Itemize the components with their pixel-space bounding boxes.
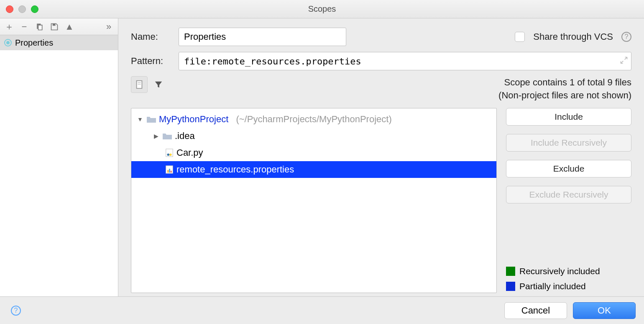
add-icon[interactable]: ＋ bbox=[3, 21, 15, 33]
legend-label-recursive: Recursively included bbox=[519, 266, 600, 276]
svg-rect-8 bbox=[167, 170, 169, 172]
tree-project-path: (~/PycharmProjects/MyPythonProject) bbox=[236, 114, 391, 125]
name-input[interactable] bbox=[179, 28, 346, 46]
svg-point-6 bbox=[169, 153, 172, 156]
folder-icon bbox=[162, 132, 172, 140]
filter-icon[interactable] bbox=[150, 76, 167, 93]
include-button[interactable]: Include bbox=[506, 108, 631, 126]
svg-rect-10 bbox=[171, 170, 172, 172]
pattern-label: Pattern: bbox=[131, 56, 173, 67]
tree-node-label: Car.py bbox=[176, 147, 203, 158]
legend-label-partial: Partially included bbox=[519, 281, 586, 291]
svg-rect-9 bbox=[169, 169, 170, 172]
tree-file-car[interactable]: Car.py bbox=[131, 144, 496, 161]
window-title: Scopes bbox=[0, 4, 644, 14]
tree-folder-idea[interactable]: ▶ .idea bbox=[131, 128, 496, 144]
scope-local-icon bbox=[4, 39, 12, 46]
scope-summary: Scope contains 1 of total 9 files (Non-p… bbox=[498, 76, 631, 102]
share-vcs-checkbox[interactable] bbox=[515, 32, 525, 42]
legend: Recursively included Partially included bbox=[506, 266, 631, 293]
name-label: Name: bbox=[131, 31, 173, 42]
sidebar-item-label: Properties bbox=[15, 38, 53, 48]
exclude-button[interactable]: Exclude bbox=[506, 160, 631, 177]
tree-file-remote-resources[interactable]: remote_resources.properties bbox=[131, 161, 496, 178]
sidebar: ＋ − ▲ » Properties bbox=[0, 18, 118, 296]
tree-node-label: .idea bbox=[175, 131, 195, 141]
folder-icon bbox=[146, 116, 156, 123]
python-file-icon bbox=[165, 148, 174, 157]
expand-icon[interactable] bbox=[620, 56, 628, 64]
scope-list: Properties bbox=[0, 35, 118, 296]
tree-root[interactable]: ▼ MyPythonProject (~/PycharmProjects/MyP… bbox=[131, 111, 496, 128]
sidebar-toolbar: ＋ − ▲ » bbox=[0, 18, 118, 35]
chevron-right-icon[interactable]: ▶ bbox=[152, 133, 160, 139]
include-exclude-panel: Include Include Recursively Exclude Excl… bbox=[506, 108, 631, 293]
share-vcs-label: Share through VCS bbox=[533, 31, 613, 42]
scope-summary-line2: (Non-project files are not shown) bbox=[498, 89, 631, 102]
footer-help-icon[interactable]: ? bbox=[11, 306, 21, 316]
scope-summary-line1: Scope contains 1 of total 9 files bbox=[498, 76, 631, 89]
svg-rect-4 bbox=[166, 149, 173, 156]
pattern-input[interactable] bbox=[179, 52, 631, 70]
tree-project-name: MyPythonProject bbox=[159, 114, 228, 125]
cancel-button[interactable]: Cancel bbox=[504, 302, 567, 319]
properties-file-icon bbox=[165, 165, 174, 174]
svg-point-5 bbox=[167, 153, 170, 156]
file-tree[interactable]: ▼ MyPythonProject (~/PycharmProjects/MyP… bbox=[131, 108, 497, 293]
save-icon[interactable] bbox=[49, 21, 60, 33]
sidebar-item-properties[interactable]: Properties bbox=[0, 35, 118, 50]
dialog-footer: ? Cancel OK bbox=[0, 296, 644, 324]
main-panel: Name: Share through VCS ? Pattern: bbox=[118, 18, 644, 296]
exclude-recursively-button: Exclude Recursively bbox=[506, 186, 631, 203]
svg-rect-1 bbox=[137, 81, 142, 88]
ok-button[interactable]: OK bbox=[573, 302, 636, 319]
chevron-down-icon[interactable]: ▼ bbox=[136, 116, 144, 123]
include-recursively-button: Include Recursively bbox=[506, 134, 631, 152]
titlebar: Scopes bbox=[0, 0, 644, 18]
legend-color-recursive bbox=[506, 267, 515, 276]
tree-node-label: remote_resources.properties bbox=[176, 164, 294, 175]
up-icon[interactable]: ▲ bbox=[64, 21, 75, 33]
more-icon[interactable]: » bbox=[103, 21, 115, 33]
remove-icon[interactable]: − bbox=[18, 21, 30, 33]
legend-color-partial bbox=[506, 282, 515, 291]
svg-rect-0 bbox=[53, 23, 56, 26]
help-icon[interactable]: ? bbox=[621, 32, 631, 42]
show-files-button[interactable] bbox=[131, 76, 148, 93]
copy-icon[interactable] bbox=[33, 21, 45, 33]
